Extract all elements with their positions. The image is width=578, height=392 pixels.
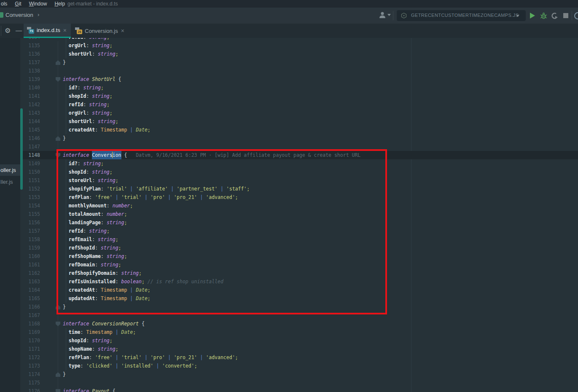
typescript-file-icon: TS	[27, 27, 34, 34]
line-number[interactable]: 1140	[20, 83, 40, 92]
code-line-row: 1175	[20, 379, 578, 387]
line-number[interactable]: 1168	[20, 320, 40, 328]
fold-toggle-icon[interactable]	[56, 372, 60, 377]
stop-button[interactable]	[563, 13, 568, 18]
fold-toggle-icon[interactable]	[56, 77, 60, 82]
code-line[interactable]: type: 'clicked' | 'installed' | 'convert…	[63, 362, 197, 370]
line-number[interactable]: 1145	[20, 126, 40, 134]
line-number[interactable]: 1161	[20, 260, 40, 269]
line-number[interactable]: 1144	[20, 117, 40, 126]
line-number[interactable]: 1163	[20, 277, 40, 286]
code-line[interactable]: interface ShortUrl {	[63, 75, 121, 83]
code-line[interactable]: }	[63, 134, 66, 142]
fold-toggle-icon[interactable]	[56, 389, 60, 392]
line-number[interactable]: 1146	[20, 134, 40, 142]
code-line[interactable]: id?: string;	[63, 83, 104, 92]
debug-bug-icon[interactable]	[540, 12, 547, 19]
code-line[interactable]: }	[63, 58, 66, 67]
file-list-item[interactable]: ller.js	[0, 176, 20, 188]
line-number[interactable]: 1156	[20, 218, 40, 227]
menu-item-git[interactable]: Git	[11, 1, 25, 7]
ide-window: olsGitWindowHelpget-market - index.d.ts …	[0, 0, 578, 392]
code-line[interactable]: shopId: string;	[63, 92, 113, 100]
line-number[interactable]: 1160	[20, 252, 40, 260]
code-line-row: 1176interface Payout {	[20, 387, 578, 392]
line-number[interactable]: 1171	[20, 345, 40, 353]
line-number[interactable]: 1162	[20, 269, 40, 277]
code-line-row: 1170 shopId: string;	[20, 336, 578, 345]
line-number[interactable]: 1165	[20, 294, 40, 303]
code-line[interactable]: orgUrl: string;	[63, 41, 113, 50]
line-number[interactable]: 1170	[20, 336, 40, 345]
user-dropdown-arrow-icon[interactable]	[387, 14, 391, 16]
code-line[interactable]: orgUrl: string;	[63, 109, 113, 117]
line-number[interactable]: 1148	[20, 151, 40, 159]
line-number[interactable]: 1166	[20, 303, 40, 311]
code-line[interactable]: interface ConversionReport {	[63, 320, 145, 328]
run-configuration-select[interactable]: GETRECENTCUSTOMERTIMEZONECAMPS.JS	[397, 10, 526, 21]
search-everywhere-icon[interactable]	[574, 12, 578, 19]
line-number[interactable]: 1157	[20, 227, 40, 235]
run-config-dropdown-arrow-icon[interactable]	[516, 15, 519, 17]
panel-scrollbar-thumb[interactable]	[20, 108, 23, 190]
code-line[interactable]: shopId: string;	[63, 336, 113, 345]
menu-item-ols[interactable]: ols	[0, 1, 11, 7]
line-number[interactable]: 1134	[20, 38, 40, 41]
line-number[interactable]: 1172	[20, 353, 40, 362]
breadcrumb[interactable]: Conversion	[5, 12, 33, 18]
line-number[interactable]: 1138	[20, 67, 40, 75]
line-number[interactable]: 1149	[20, 159, 40, 168]
fold-toggle-icon[interactable]	[56, 136, 60, 141]
line-number[interactable]: 1169	[20, 328, 40, 336]
fold-toggle-icon[interactable]	[56, 60, 60, 65]
code-line[interactable]: shortUrl: string;	[63, 50, 118, 58]
line-number[interactable]: 1154	[20, 201, 40, 210]
menu-item-window[interactable]: Window	[25, 1, 51, 7]
line-number[interactable]: 1147	[20, 142, 40, 151]
gear-icon[interactable]: ⚙	[5, 26, 11, 36]
tab-index-d-ts[interactable]: TS index.d.ts ×	[24, 24, 71, 38]
code-line[interactable]: shortUrl: string;	[63, 117, 118, 126]
line-number[interactable]: 1174	[20, 370, 40, 379]
line-number[interactable]: 1151	[20, 176, 40, 185]
window-title: get-market - index.d.ts	[67, 0, 118, 8]
tab-conversion-js[interactable]: JS Conversion.js ×	[72, 24, 121, 38]
line-number[interactable]: 1167	[20, 311, 40, 320]
file-list-item-selected[interactable]: oller.js	[0, 164, 20, 176]
code-line[interactable]: shopName: string;	[63, 345, 118, 353]
close-tab-icon[interactable]: ×	[63, 27, 67, 34]
menu-item-help[interactable]: Help	[51, 1, 69, 7]
run-button[interactable]	[530, 13, 535, 19]
line-number[interactable]: 1143	[20, 109, 40, 117]
line-number[interactable]: 1150	[20, 168, 40, 176]
user-icon[interactable]	[378, 11, 386, 19]
line-number[interactable]: 1135	[20, 41, 40, 50]
line-number[interactable]: 1136	[20, 50, 40, 58]
line-number[interactable]: 1164	[20, 286, 40, 294]
code-line[interactable]: createdAt: Timestamp | Date;	[63, 126, 151, 134]
code-line[interactable]: }	[63, 370, 66, 379]
line-number[interactable]: 1158	[20, 235, 40, 244]
line-number[interactable]: 1173	[20, 362, 40, 370]
line-number[interactable]: 1175	[20, 379, 40, 387]
code-line[interactable]: refPlan: 'free' | 'trial' | 'pro' | 'pro…	[63, 353, 238, 362]
line-number[interactable]: 1141	[20, 92, 40, 100]
code-line[interactable]: time: Timestamp | Date;	[63, 328, 136, 336]
code-line[interactable]: refId: string;	[63, 100, 110, 109]
code-line[interactable]: refId: string;	[63, 38, 110, 41]
line-number[interactable]: 1159	[20, 244, 40, 252]
line-number[interactable]: 1155	[20, 210, 40, 218]
close-tab-icon[interactable]: ×	[121, 27, 124, 34]
hide-panel-icon[interactable]: —	[16, 25, 22, 35]
line-number[interactable]: 1139	[20, 75, 40, 83]
line-number[interactable]: 1142	[20, 100, 40, 109]
line-number[interactable]: 1137	[20, 58, 40, 67]
code-line[interactable]: interface Payout {	[63, 387, 116, 392]
fold-toggle-icon[interactable]	[56, 322, 60, 326]
line-number[interactable]: 1153	[20, 193, 40, 201]
line-number[interactable]: 1152	[20, 185, 40, 193]
line-number[interactable]: 1176	[20, 387, 40, 392]
code-line-row: 1137}	[20, 58, 578, 67]
code-line-row: 1142 refId: string;	[20, 100, 578, 109]
profiler-icon[interactable]	[551, 12, 558, 19]
